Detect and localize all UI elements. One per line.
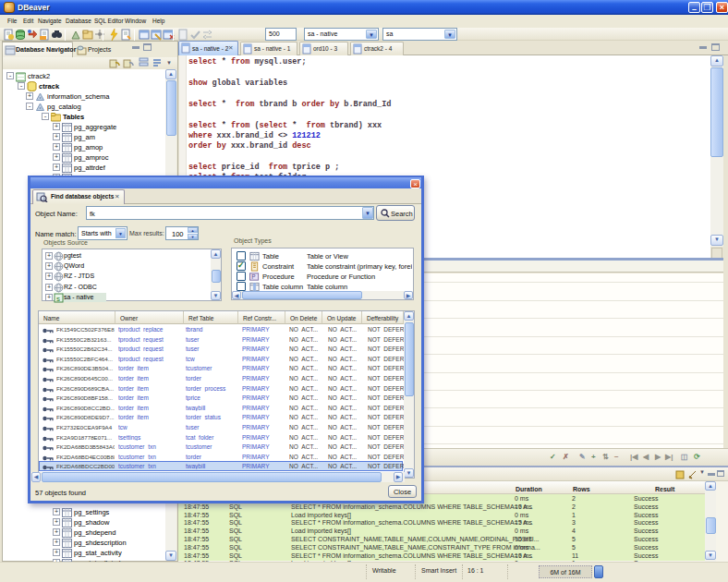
svg-text:s: s: [56, 295, 60, 303]
svg-text:P: P: [251, 273, 255, 280]
